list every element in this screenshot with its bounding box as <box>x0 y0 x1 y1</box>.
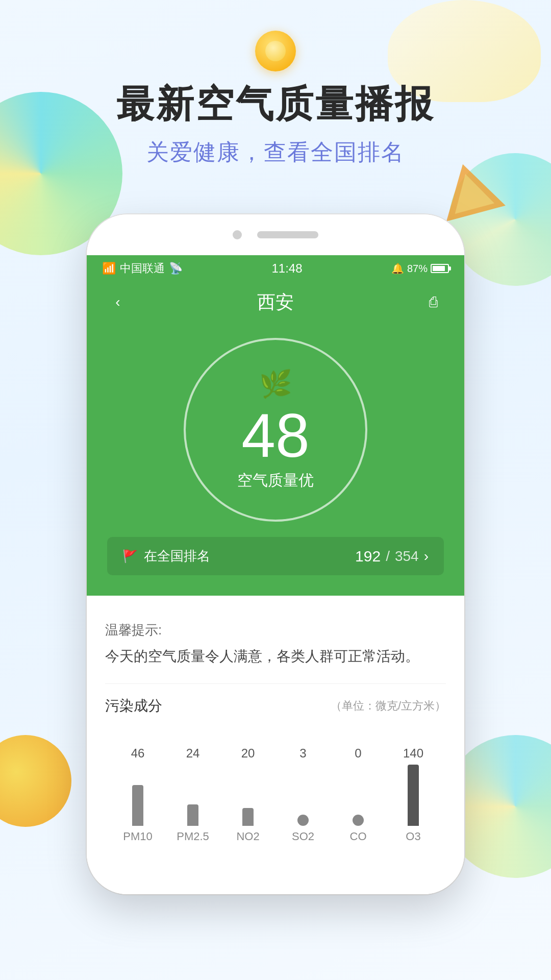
chart-value-SO2: 3 <box>299 746 306 761</box>
pollution-chart: 46PM1024PM2.520NO23SO20CO140O3 <box>105 731 446 843</box>
chart-label-PM2.5: PM2.5 <box>177 830 209 843</box>
chart-value-PM10: 46 <box>131 746 145 761</box>
chart-bar-PM10 <box>132 785 143 826</box>
chart-label-CO: CO <box>350 830 367 843</box>
pollution-section: 污染成分 （单位：微克/立方米） 46PM1024PM2.520NO23SO20… <box>105 684 446 853</box>
chart-value-NO2: 20 <box>241 746 255 761</box>
ranking-text: 在全国排名 <box>144 547 210 565</box>
battery-icon <box>431 264 449 273</box>
ranking-left: 🚩 在全国排名 <box>122 547 210 565</box>
ranking-bar[interactable]: 🚩 在全国排名 192 / 354 › <box>107 537 444 575</box>
chart-item-so2: 3SO2 <box>276 746 331 843</box>
phone-top-bar <box>87 214 464 255</box>
phone-mockup: 📶 中国联通 📡 11:48 🔔 87% ‹ 西安 ⎙ 🌿 48 <box>87 214 464 894</box>
city-title: 西安 <box>257 290 294 315</box>
phone-speaker <box>257 231 318 238</box>
time-display: 11:48 <box>271 261 302 276</box>
chart-value-PM2.5: 24 <box>186 746 200 761</box>
leaf-icon: 🌿 <box>259 369 292 400</box>
aqi-label: 空气质量优 <box>237 470 314 491</box>
chevron-right-icon: › <box>424 548 429 565</box>
heading-subtitle: 关爱健康，查看全国排名 <box>0 137 551 167</box>
chart-item-o3: 140O3 <box>386 746 441 843</box>
chart-bar-wrap-O3 <box>408 765 419 826</box>
chart-item-no2: 20NO2 <box>220 746 276 843</box>
chart-dot-SO2 <box>297 815 309 826</box>
back-button[interactable]: ‹ <box>105 289 131 315</box>
chart-bar-NO2 <box>242 808 254 826</box>
main-heading: 最新空气质量播报 关爱健康，查看全国排名 <box>0 82 551 167</box>
aqi-circle: 🌿 48 空气质量优 <box>184 338 367 522</box>
tip-section: 温馨提示: 今天的空气质量令人满意，各类人群可正常活动。 <box>105 611 446 684</box>
phone-bottom <box>87 869 464 894</box>
chart-label-SO2: SO2 <box>292 830 314 843</box>
chart-bar-PM2.5 <box>187 804 198 826</box>
chart-bar-O3 <box>408 765 419 826</box>
ranking-total: 354 <box>395 548 419 565</box>
chart-dot-CO <box>353 815 364 826</box>
battery-fill <box>433 266 445 271</box>
bg-sphere-bottom-left <box>0 735 71 827</box>
content-area: 温馨提示: 今天的空气质量令人满意，各类人群可正常活动。 污染成分 （单位：微克… <box>87 596 464 869</box>
alarm-icon: 🔔 <box>391 262 404 275</box>
chart-bar-wrap-SO2 <box>297 765 309 826</box>
status-left: 📶 中国联通 📡 <box>102 261 183 276</box>
chart-label-O3: O3 <box>406 830 420 843</box>
phone-body: 📶 中国联通 📡 11:48 🔔 87% ‹ 西安 ⎙ 🌿 48 <box>87 214 464 894</box>
top-icon-wrap <box>255 31 296 71</box>
chart-item-co: 0CO <box>331 746 386 843</box>
aqi-value: 48 <box>241 405 309 466</box>
battery-percent: 87% <box>407 263 428 275</box>
pollution-unit: （单位：微克/立方米） <box>331 698 446 714</box>
ranking-right: 192 / 354 › <box>355 548 429 565</box>
chart-item-pm25: 24PM2.5 <box>165 746 220 843</box>
tip-title: 温馨提示: <box>105 621 446 639</box>
chart-bar-wrap-NO2 <box>242 765 254 826</box>
aqi-area: 🌿 48 空气质量优 🚩 在全国排名 192 / 354 › <box>87 323 464 596</box>
ranking-slash: / <box>386 548 390 565</box>
pollution-header: 污染成分 （单位：微克/立方米） <box>105 696 446 716</box>
carrier-label: 中国联通 <box>120 261 165 276</box>
chart-bar-wrap-CO <box>353 765 364 826</box>
phone-camera <box>233 230 242 239</box>
top-icon <box>255 31 296 71</box>
signal-icon: 📶 <box>102 262 116 275</box>
status-bar: 📶 中国联通 📡 11:48 🔔 87% <box>87 255 464 282</box>
share-button[interactable]: ⎙ <box>420 289 446 315</box>
chart-label-PM10: PM10 <box>123 830 152 843</box>
app-header: ‹ 西安 ⎙ <box>87 282 464 323</box>
chart-value-O3: 140 <box>403 746 423 761</box>
wifi-icon: 📡 <box>169 262 183 275</box>
chart-item-pm10: 46PM10 <box>110 746 165 843</box>
chart-bar-wrap-PM2.5 <box>187 765 198 826</box>
chart-value-CO: 0 <box>355 746 361 761</box>
tip-text: 今天的空气质量令人满意，各类人群可正常活动。 <box>105 645 446 668</box>
pollution-title: 污染成分 <box>105 696 162 716</box>
chart-label-NO2: NO2 <box>236 830 259 843</box>
flag-icon: 🚩 <box>122 549 138 564</box>
status-right: 🔔 87% <box>391 262 449 275</box>
chart-bar-wrap-PM10 <box>132 765 143 826</box>
heading-title: 最新空气质量播报 <box>0 82 551 127</box>
ranking-current: 192 <box>355 548 381 565</box>
